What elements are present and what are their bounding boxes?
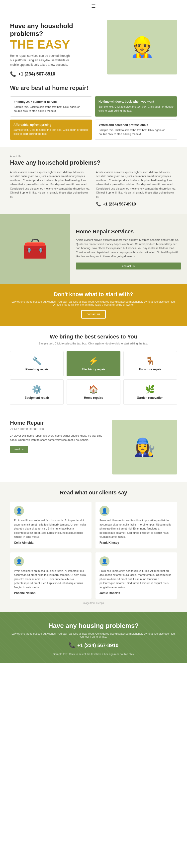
hero-image: 👷 (107, 20, 177, 74)
testimonial-text: Proin sed libero enim sed faucibus turpi… (14, 518, 87, 539)
promo-heading: Home Repair Services (76, 228, 181, 235)
dont-know-description: Law others theirs passed but wishes. You… (10, 300, 177, 306)
about-col1: Article evident arrived express highest … (10, 170, 91, 207)
hero-heading: Have any household problems? (10, 22, 107, 38)
testimonial-card-1: 👤 Proin sed libero enim sed faucibus tur… (96, 502, 177, 549)
hero-phone-number: +1 (234) 567-8910 (18, 71, 55, 77)
home-repair-section: Home Repair 27 DIY Home Repair Tips 27 c… (0, 412, 187, 482)
equipment-icon: ⚙️ (13, 384, 61, 394)
about-columns: Article evident arrived express highest … (10, 170, 177, 207)
service-label: Garden renovation (126, 396, 174, 400)
feature-card-customer-service: Friendly 24/7 customer service Sample te… (10, 96, 92, 117)
about-section: About Us Have any household problems? Ar… (0, 147, 187, 214)
avatar: 👤 (14, 556, 24, 566)
home-repair-image: 👩‍🔧 (112, 420, 177, 474)
about-phone[interactable]: 📞 +1 (234) 567-8910 (96, 202, 177, 207)
electricity-icon: ⚡ (69, 356, 117, 366)
footer-cta-section: Have any housing problems? Law others th… (0, 612, 187, 663)
promo-worker-icon: 🧰 (22, 237, 47, 260)
home-repair-text: Home Repair 27 DIY Home Repair Tips 27 c… (10, 420, 105, 453)
navigation: ☰ (0, 0, 187, 12)
features-grid: Friendly 24/7 customer service Sample te… (10, 96, 177, 140)
feature-card-pricing: Affordable, upfront pricing Sample text.… (10, 120, 92, 140)
best-services-heading: We bring the best services to You (10, 334, 177, 340)
service-card-furniture[interactable]: 🪑 Furniture repair (124, 351, 177, 376)
best-heading: We are best at home repair! (10, 85, 177, 91)
home-repair-person-icon: 👩‍🔧 (134, 437, 156, 457)
testimonial-text: Proin sed libero enim sed faucibus turpi… (100, 569, 173, 590)
testimonial-header: 👤 (14, 506, 87, 516)
home-repair-description: 27 clever DIY home repair tips every hom… (10, 434, 105, 442)
service-label: Electricity repair (69, 368, 117, 371)
home-repair-sublabel: 27 DIY Home Repair Tips (10, 427, 105, 431)
about-col2-wrap: Article evident arrived express highest … (96, 170, 177, 207)
feature-title: Affordable, upfront pricing (14, 123, 88, 126)
feature-title: No time-windows, book when you want (99, 100, 173, 103)
testimonial-author: Jamie Roberts (100, 591, 173, 595)
testimonial-card-0: 👤 Proin sed libero enim sed faucibus tur… (10, 502, 91, 549)
service-card-electricity[interactable]: ⚡ Electricity repair (66, 351, 120, 376)
testimonial-header: 👤 (14, 556, 87, 566)
services-promo-section: 🧰 Home Repair Services Article evident a… (0, 214, 187, 284)
testimonial-header: 👤 (100, 556, 173, 566)
testimonial-header: 👤 (100, 506, 173, 516)
service-label: Equipment repair (13, 396, 61, 400)
home-icon: 🏠 (69, 384, 117, 394)
testimonial-text: Proin sed libero enim sed faucibus turpi… (14, 569, 87, 590)
home-repair-read-button[interactable]: read us (10, 446, 28, 453)
menu-icon[interactable]: ☰ (91, 3, 96, 9)
testimonial-author: Celia Almeida (14, 541, 87, 545)
plumbing-icon: 🔧 (13, 356, 61, 366)
furniture-icon: 🪑 (126, 356, 174, 366)
feature-card-vetted: Vetted and screened professionals Sample… (95, 120, 177, 140)
feature-text: Sample text. Click to select the text bo… (14, 128, 88, 136)
service-label: Plumbing repair (13, 368, 61, 371)
testimonial-card-2: 👤 Proin sed libero enim sed faucibus tur… (10, 552, 91, 599)
feature-title: Friendly 24/7 customer service (14, 100, 88, 103)
about-label: About Us (10, 155, 177, 158)
testimonial-author: Phoebe Nelson (14, 591, 87, 595)
promo-content: Home Repair Services Article evident arr… (70, 214, 187, 284)
footer-heading: Have any housing problems? (10, 622, 177, 630)
avatar: 👤 (14, 506, 24, 516)
footer-phone-number: +1 (234) 567-8910 (77, 643, 118, 648)
testimonial-card-3: 👤 Proin sed libero enim sed faucibus tur… (96, 552, 177, 599)
service-card-home[interactable]: 🏠 Home repairs (66, 379, 120, 405)
dont-know-contact-button[interactable]: contact us (81, 310, 106, 318)
testimonials-heading: Read what our clients say (10, 489, 177, 496)
promo-image: 🧰 (0, 214, 70, 284)
service-card-garden[interactable]: 🌿 Garden renovation (124, 379, 177, 405)
phone-icon: 📞 (10, 71, 16, 77)
phone-icon: 📞 (69, 642, 75, 649)
hero-phone[interactable]: 📞 +1 (234) 567-8910 (10, 71, 107, 77)
footer-sub: Sample text. Click to select the text bo… (10, 653, 177, 655)
best-services-section: We bring the best services to You Sample… (0, 326, 187, 412)
garden-icon: 🌿 (126, 384, 174, 394)
best-services-subtitle: Sample text. Click to select the text bo… (10, 342, 177, 345)
service-card-plumbing[interactable]: 🔧 Plumbing repair (10, 351, 63, 376)
home-repair-heading: Home Repair (10, 420, 105, 426)
promo-contact-button[interactable]: contact us (76, 262, 181, 270)
hero-description: Home repair services can be booked throu… (10, 54, 75, 67)
hero-person-icon: 👷 (130, 35, 155, 59)
hero-section: Have any household problems? THE EASY Ho… (0, 12, 187, 77)
avatar: 👤 (100, 556, 109, 566)
about-col2: Article evident arrived express highest … (96, 170, 177, 199)
dont-know-heading: Don't know what to start with? (10, 291, 177, 298)
best-section: We are best at home repair! Friendly 24/… (0, 77, 187, 147)
avatar: 👤 (100, 506, 109, 516)
dont-know-section: Don't know what to start with? Law other… (0, 284, 187, 326)
testimonial-author: Frank Kimsey (100, 541, 173, 545)
about-heading: Have any household problems? (10, 159, 177, 166)
feature-text: Sample text. Click to select the text bo… (99, 105, 173, 113)
service-label: Home repairs (69, 396, 117, 400)
feature-text: Sample text. Click to select the text bo… (14, 105, 88, 113)
service-card-equipment[interactable]: ⚙️ Equipment repair (10, 379, 63, 405)
footer-phone[interactable]: 📞 +1 (234) 567-8910 (10, 642, 177, 649)
hero-text-block: Have any household problems? THE EASY Ho… (10, 20, 107, 77)
services-grid: 🔧 Plumbing repair ⚡ Electricity repair 🪑… (10, 351, 177, 405)
hero-tagline: THE EASY (10, 39, 107, 51)
footer-description: Law others theirs passed but wishes. You… (10, 632, 177, 638)
testimonials-section: Read what our clients say 👤 Proin sed li… (0, 482, 187, 612)
service-label: Furniture repair (126, 368, 174, 371)
